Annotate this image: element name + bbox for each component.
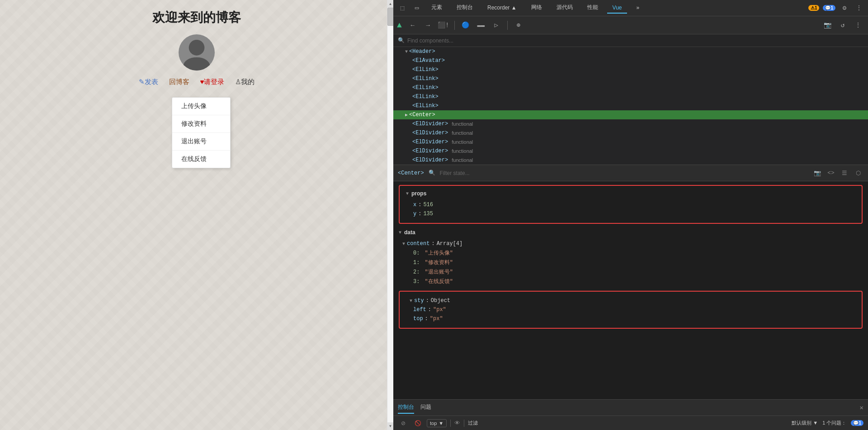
default-level-btn[interactable]: 默认级别 ▼ (792, 420, 818, 426)
tree-item-ellink3[interactable]: <ElLink> (393, 83, 868, 92)
dropdown-item-logout[interactable]: 退出账号 (172, 133, 230, 151)
tree-item-ellink4[interactable]: <ElLink> (393, 92, 868, 101)
console-tab-console[interactable]: 控制台 (398, 402, 414, 414)
screenshot-action-btn[interactable]: 📷 (812, 168, 823, 179)
tree-item-ellink2[interactable]: <ElLink> (393, 74, 868, 83)
code-action-btn[interactable]: <> (826, 168, 836, 179)
data-section: ▼ data ▼ content : Array[4] 0: "上传头像" 1:… (399, 229, 863, 329)
select-component-btn[interactable]: ⊕ (512, 19, 525, 32)
data-section-header[interactable]: ▼ data (399, 229, 863, 236)
prop-y: y : 135 (406, 209, 855, 218)
back-btn[interactable]: ← (406, 19, 419, 32)
tree-item-eldivider3[interactable]: <ElDivider> functional (393, 137, 868, 146)
more-icon[interactable]: ⋮ (854, 3, 864, 14)
sty-row: ▼ sty : Object (406, 296, 855, 305)
props-section-header[interactable]: ▼ props (406, 190, 855, 197)
list-action-btn[interactable]: ☰ (839, 168, 850, 179)
sty-key: sty (414, 298, 424, 304)
info-badge: 💬1 (823, 5, 835, 11)
component-tree: 🔍 ▼ <Header> <ElAvatar> <ElLink> <ElLink… (393, 34, 868, 165)
refresh-btn[interactable]: ⬛! (437, 19, 450, 32)
tab-network[interactable]: 网络 (526, 2, 547, 14)
forward-btn[interactable]: → (422, 19, 434, 32)
reload-btn[interactable]: ↺ (836, 19, 849, 32)
tab-console[interactable]: 控制台 (451, 2, 478, 14)
dropdown-item-edit[interactable]: 修改资料 (172, 115, 230, 133)
screenshot-btn[interactable]: 📷 (821, 19, 834, 32)
props-box: ▼ props x : 516 y : 135 (399, 185, 863, 224)
array-item-2: 2: "退出账号" (399, 267, 863, 277)
props-title: props (411, 190, 426, 197)
tree-item-header[interactable]: ▼ <Header> (393, 47, 868, 56)
nav-link-blog[interactable]: 回博客 (169, 78, 189, 86)
tree-item-ellink5[interactable]: <ElLink> (393, 101, 868, 110)
timeline-btn[interactable]: ▬▬ (475, 19, 487, 32)
tree-item-eldivider1[interactable]: <ElDivider> functional (393, 119, 868, 128)
data-arrow: ▼ (399, 230, 401, 235)
status-stop-icon[interactable]: ⊘ (398, 418, 409, 429)
array-item-1: 1: "修改资料" (399, 258, 863, 267)
tree-functional-1: functional (452, 121, 473, 127)
nav-link-mine[interactable]: ♙我的 (235, 78, 255, 86)
tab-recorder[interactable]: Recorder ▲ (482, 3, 522, 14)
sty-top-key: top (413, 316, 423, 322)
status-filter-label: 过滤 (468, 420, 478, 426)
tab-performance[interactable]: 性能 (582, 2, 604, 14)
filter-input[interactable] (440, 170, 807, 176)
dropdown-menu: 上传头像 修改资料 退出账号 在线反馈 (172, 97, 231, 168)
tree-label-center: <Center> (409, 112, 435, 118)
tab-sources[interactable]: 源代码 (551, 2, 578, 14)
tree-label-eldivider3: <ElDivider> (412, 139, 448, 145)
dropdown-item-feedback[interactable]: 在线反馈 (172, 151, 230, 168)
avatar-icon (179, 34, 215, 71)
tree-item-ellink1[interactable]: <ElLink> (393, 65, 868, 74)
tree-item-eldivider5[interactable]: <ElDivider> functional (393, 156, 868, 165)
tab-vue[interactable]: Vue (607, 3, 627, 14)
status-divider (450, 420, 451, 427)
tab-more[interactable]: » (631, 3, 645, 14)
prop-x-key: x (413, 202, 416, 208)
toolbar-separator (454, 21, 455, 30)
search-input[interactable] (407, 38, 863, 44)
device-icon[interactable]: ▭ (411, 3, 422, 14)
tree-arrow-header[interactable]: ▼ (405, 49, 408, 54)
open-action-btn[interactable]: ⬡ (853, 168, 863, 179)
tree-label-ellink2: <ElLink> (412, 76, 439, 82)
data-content-row: ▼ content : Array[4] (399, 239, 863, 248)
tree-label-ellink3: <ElLink> (412, 85, 439, 91)
console-tab-issues[interactable]: 问题 (420, 402, 431, 414)
tab-elements[interactable]: 元素 (426, 2, 448, 14)
tree-label-ellink5: <ElLink> (412, 103, 439, 109)
inspect-icon[interactable]: ⬚ (397, 3, 408, 14)
sty-left-row: left : "px" (406, 305, 855, 314)
tree-label-eldivider2: <ElDivider> (412, 130, 448, 136)
tree-item-eldivider2[interactable]: <ElDivider> functional (393, 128, 868, 137)
status-right: 默认级别 ▼ 1 个问题： 💬1 (792, 420, 863, 426)
sty-left-key: left (413, 307, 426, 313)
more-options-btn[interactable]: ⋮ (852, 19, 864, 32)
issue-count-text: 1 个问题： (822, 420, 846, 426)
tree-item-center[interactable]: ▶ <Center> (393, 110, 868, 119)
vue-logo: ▲ (397, 21, 402, 30)
nav-link-login[interactable]: ♥请登录 (200, 78, 225, 86)
router-btn[interactable]: ▷ (490, 19, 503, 32)
component-inspector-btn[interactable]: 🔵 (459, 19, 472, 32)
settings-icon[interactable]: ⚙ (839, 3, 850, 14)
data-content-key: content (407, 241, 429, 247)
status-clear-icon[interactable]: 🚫 (412, 418, 423, 429)
console-close-btn[interactable]: ✕ (860, 404, 863, 411)
tree-item-elavatar[interactable]: <ElAvatar> (393, 56, 868, 65)
dropdown-item-upload[interactable]: 上传头像 (172, 98, 230, 115)
tree-label-eldivider4: <ElDivider> (412, 148, 448, 154)
status-top-btn[interactable]: top ▼ (427, 419, 447, 427)
sty-box: ▼ sty : Object left : "px" top : "px" (399, 291, 863, 329)
component-header: <Center> 🔍 📷 <> ☰ ⬡ (393, 165, 868, 181)
array-item-3: 3: "在线反馈" (399, 277, 863, 286)
tree-arrow-center[interactable]: ▶ (405, 112, 408, 118)
tree-label-ellink1: <ElLink> (412, 66, 439, 73)
prop-y-key: y (413, 211, 416, 217)
tree-label-ellink4: <ElLink> (412, 94, 439, 100)
tree-item-eldivider4[interactable]: <ElDivider> functional (393, 146, 868, 156)
nav-link-publish[interactable]: ✎发表 (139, 78, 158, 86)
scroll-down-arrow[interactable]: ▼ (387, 422, 394, 430)
